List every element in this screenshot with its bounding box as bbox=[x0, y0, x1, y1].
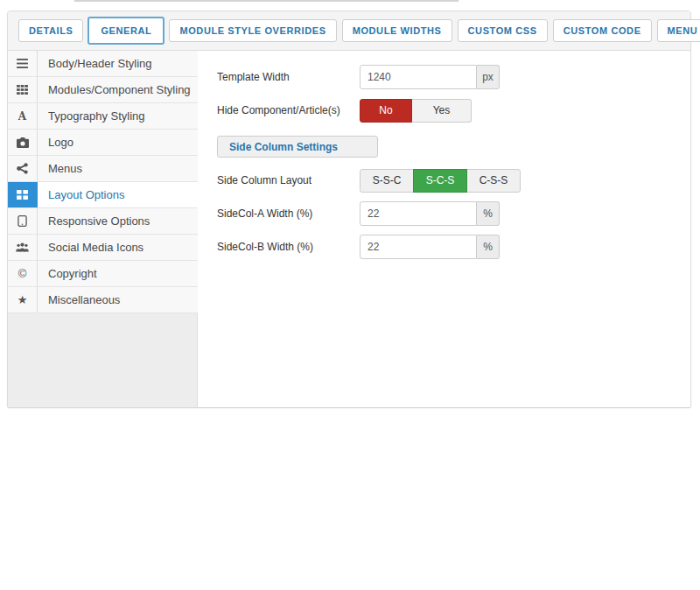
th-large-icon bbox=[8, 182, 38, 207]
sidebar-item-layout-options[interactable]: Layout Options bbox=[8, 182, 198, 208]
tab-module-style-overrides[interactable]: MODULE STYLE OVERRIDES bbox=[169, 19, 336, 42]
template-settings-panel: DETAILS GENERAL MODULE STYLE OVERRIDES M… bbox=[7, 11, 691, 408]
settings-sidebar: Body/Header Styling Modules/Component St… bbox=[8, 51, 198, 407]
grid-icon bbox=[8, 77, 38, 102]
side-column-layout-row: Side Column Layout S-S-C S-C-S C-S-S bbox=[217, 168, 673, 193]
sidebar-item-label: Logo bbox=[38, 130, 198, 155]
star-icon: ★ bbox=[8, 287, 38, 313]
sidecol-a-label: SideCol-A Width (%) bbox=[217, 207, 360, 220]
sidebar-item-label: Social Media Icons bbox=[38, 235, 198, 260]
hide-component-label: Hide Component/Article(s) bbox=[217, 104, 360, 116]
sidecol-a-input[interactable] bbox=[360, 201, 477, 226]
share-icon bbox=[8, 156, 38, 181]
side-column-layout-group: S-S-C S-C-S C-S-S bbox=[360, 169, 521, 193]
sidebar-item-typography-styling[interactable]: A Typography Styling bbox=[8, 103, 198, 130]
sidebar-item-copyright[interactable]: © Copyright bbox=[8, 261, 198, 287]
bars-icon bbox=[8, 51, 38, 76]
hide-component-row: Hide Component/Article(s) No Yes bbox=[217, 98, 673, 123]
tab-custom-css[interactable]: CUSTOM CSS bbox=[458, 19, 548, 42]
sidebar-item-label: Menus bbox=[38, 156, 198, 181]
hide-component-toggle: No Yes bbox=[360, 99, 472, 123]
sidebar-item-responsive-options[interactable]: Responsive Options bbox=[8, 208, 198, 235]
tab-general[interactable]: GENERAL bbox=[88, 17, 164, 45]
layout-scs-button[interactable]: S-C-S bbox=[413, 169, 467, 193]
sidecol-b-unit: % bbox=[477, 235, 500, 259]
sidebar-item-social-media-icons[interactable]: Social Media Icons bbox=[8, 235, 198, 261]
tablet-icon bbox=[8, 208, 38, 234]
sidebar-filler bbox=[8, 313, 198, 407]
tab-custom-code[interactable]: CUSTOM CODE bbox=[553, 19, 652, 42]
copyright-icon: © bbox=[8, 261, 38, 286]
tab-bar: DETAILS GENERAL MODULE STYLE OVERRIDES M… bbox=[8, 11, 690, 51]
sidebar-item-label: Body/Header Styling bbox=[38, 51, 198, 76]
template-width-input[interactable] bbox=[360, 65, 477, 89]
sidecol-b-input[interactable] bbox=[360, 235, 477, 259]
sidebar-item-miscellaneous[interactable]: ★ Miscellaneous bbox=[8, 287, 198, 313]
sidecol-b-row: SideCol-B Width (%) % bbox=[217, 235, 673, 259]
sidebar-item-label: Miscellaneous bbox=[38, 287, 198, 313]
sidebar-item-menus[interactable]: Menus bbox=[8, 156, 198, 182]
sidebar-item-label: Layout Options bbox=[38, 182, 197, 207]
tab-menu-assignment[interactable]: MENU ASSIGNMENT bbox=[657, 19, 700, 42]
layout-css-button[interactable]: C-S-S bbox=[466, 169, 521, 193]
template-width-unit: px bbox=[477, 65, 500, 89]
tab-details[interactable]: DETAILS bbox=[18, 19, 83, 42]
panel-body: Body/Header Styling Modules/Component St… bbox=[8, 51, 690, 407]
top-edge-partial-field-border bbox=[74, 0, 458, 2]
template-width-row: Template Width px bbox=[217, 65, 673, 89]
side-column-layout-label: Side Column Layout bbox=[217, 174, 360, 186]
tab-module-widths[interactable]: MODULE WIDTHS bbox=[342, 19, 452, 42]
hide-component-yes-button[interactable]: Yes bbox=[412, 99, 472, 123]
sidecol-b-label: SideCol-B Width (%) bbox=[217, 241, 360, 253]
sidebar-item-logo[interactable]: Logo bbox=[8, 130, 198, 156]
sidecol-a-row: SideCol-A Width (%) % bbox=[217, 201, 673, 226]
camera-icon bbox=[8, 130, 38, 155]
sidebar-item-label: Responsive Options bbox=[38, 208, 198, 234]
template-width-label: Template Width bbox=[217, 71, 360, 83]
users-icon bbox=[8, 235, 38, 260]
sidebar-item-modules-component-styling[interactable]: Modules/Component Styling bbox=[8, 77, 198, 103]
layout-ssc-button[interactable]: S-S-C bbox=[360, 169, 414, 193]
side-column-settings-header[interactable]: Side Column Settings bbox=[217, 136, 378, 158]
font-icon: A bbox=[8, 103, 38, 129]
sidebar-item-body-header-styling[interactable]: Body/Header Styling bbox=[8, 51, 198, 77]
sidebar-item-label: Typography Styling bbox=[38, 103, 198, 129]
hide-component-no-button[interactable]: No bbox=[360, 99, 412, 123]
sidebar-item-label: Copyright bbox=[38, 261, 198, 286]
settings-content: Template Width px Hide Component/Article… bbox=[198, 51, 690, 407]
sidecol-a-unit: % bbox=[477, 201, 500, 226]
sidebar-item-label: Modules/Component Styling bbox=[38, 77, 198, 102]
